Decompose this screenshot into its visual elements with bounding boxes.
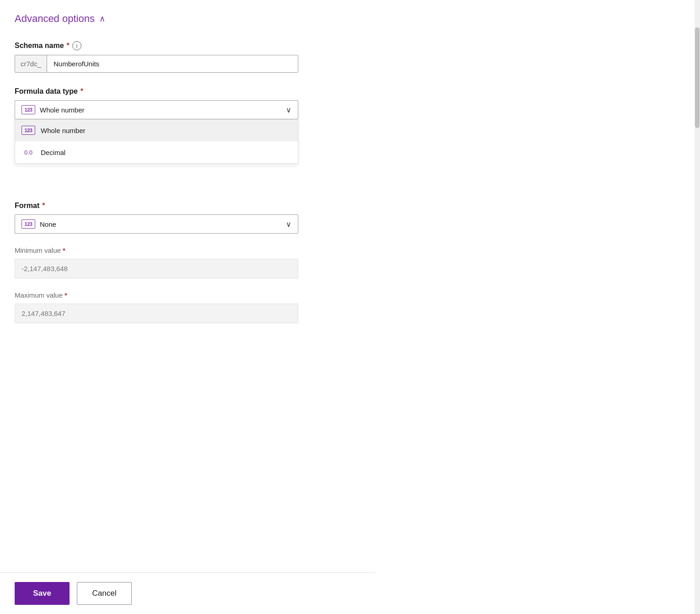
whole-number-icon: 123 xyxy=(22,126,35,135)
max-value-required: * xyxy=(65,291,67,299)
schema-name-input[interactable] xyxy=(47,55,298,72)
formula-data-type-section: Formula data type * 123 Whole number ∨ 1… xyxy=(15,87,361,119)
formula-data-type-dropdown-wrapper: 123 Whole number ∨ 123 Whole number 0.0 … xyxy=(15,100,298,119)
bottom-bar: Save Cancel xyxy=(0,572,375,614)
schema-prefix: cr7dc_ xyxy=(15,55,47,72)
format-section: Format * 123 None ∨ xyxy=(15,202,361,234)
schema-name-section: Schema name * i cr7dc_ xyxy=(15,41,361,73)
format-dropdown-wrapper: 123 None ∨ xyxy=(15,214,298,234)
maximum-value-section: Maximum value * xyxy=(15,291,361,323)
format-required: * xyxy=(42,202,45,210)
format-label: Format * xyxy=(15,202,361,210)
save-button[interactable]: Save xyxy=(15,582,70,605)
schema-name-label: Schema name * i xyxy=(15,41,361,50)
maximum-value-input[interactable] xyxy=(15,304,298,323)
decimal-icon: 0.0 xyxy=(22,148,35,157)
format-selected-value: None xyxy=(40,220,56,228)
format-dropdown[interactable]: 123 None ∨ xyxy=(15,214,298,234)
dropdown-item-decimal[interactable]: 0.0 Decimal xyxy=(15,141,298,163)
minimum-value-input[interactable] xyxy=(15,259,298,278)
min-value-required: * xyxy=(63,246,65,254)
cancel-button[interactable]: Cancel xyxy=(77,582,132,605)
format-icon-123: 123 xyxy=(22,219,35,229)
formula-type-icon-123: 123 xyxy=(22,105,35,114)
decimal-label: Decimal xyxy=(41,149,65,156)
format-chevron-down-icon: ∨ xyxy=(286,220,291,229)
schema-name-info-icon[interactable]: i xyxy=(72,41,81,50)
chevron-up-icon: ∧ xyxy=(99,14,105,24)
schema-name-required: * xyxy=(67,42,70,50)
formula-data-type-label: Formula data type * xyxy=(15,87,361,96)
minimum-value-label: Minimum value * xyxy=(15,246,361,254)
advanced-options-label: Advanced options xyxy=(15,13,95,25)
formula-data-type-dropdown[interactable]: 123 Whole number ∨ xyxy=(15,100,298,119)
whole-number-label: Whole number xyxy=(41,127,86,134)
formula-data-type-dropdown-menu: 123 Whole number 0.0 Decimal xyxy=(15,119,298,164)
dropdown-item-whole-number[interactable]: 123 Whole number xyxy=(15,119,298,141)
schema-input-group: cr7dc_ xyxy=(15,55,298,73)
formula-type-chevron-down-icon: ∨ xyxy=(286,106,291,114)
formula-type-selected-value: Whole number xyxy=(40,106,85,114)
maximum-value-label: Maximum value * xyxy=(15,291,361,299)
formula-data-type-required: * xyxy=(81,87,83,96)
advanced-options-toggle[interactable]: Advanced options ∧ xyxy=(15,13,361,25)
minimum-value-section: Minimum value * xyxy=(15,246,361,278)
scrollbar-thumb[interactable] xyxy=(695,27,700,128)
scrollbar-track xyxy=(695,0,700,614)
